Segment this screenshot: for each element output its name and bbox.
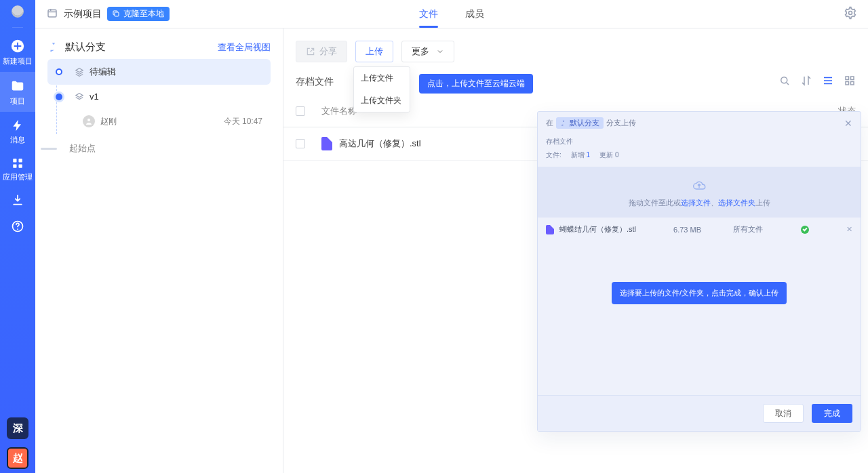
- done-button[interactable]: 完成: [812, 404, 852, 423]
- row-checkbox[interactable]: [296, 139, 305, 148]
- panel-hint: 选择要上传的文件/文件夹，点击完成，确认上传: [612, 282, 787, 304]
- node-edit[interactable]: 待编辑: [47, 59, 271, 85]
- panel-file-list: 蝴蝶结几何（修复）.stl 6.73 MB 所有文件 ✕: [538, 218, 861, 241]
- toolbar: 分享 上传 更多 上传文件 上传文件夹 点击，上传文件至云端云端: [283, 28, 868, 75]
- svg-rect-3: [13, 165, 16, 168]
- avatar-icon: [83, 115, 95, 127]
- depth-button[interactable]: 深: [7, 417, 28, 439]
- svg-rect-4: [19, 165, 22, 168]
- grid-view-icon[interactable]: [844, 75, 856, 89]
- help-icon[interactable]: [11, 220, 24, 235]
- plus-icon: [0, 39, 35, 54]
- apps-icon: [0, 157, 35, 169]
- author-name: 赵刚: [100, 116, 117, 127]
- file-icon: [546, 225, 554, 234]
- clone-badge[interactable]: 克隆至本地: [107, 7, 170, 21]
- panel-file-size: 6.73 MB: [673, 226, 714, 234]
- nav-label: 应用管理: [0, 172, 35, 182]
- panel-file-name: 蝴蝶结几何（修复）.stl: [559, 224, 636, 234]
- drop-zone[interactable]: 拖动文件至此或选择文件、选择文件夹上传: [538, 167, 861, 218]
- branch-title: 默认分支: [47, 41, 106, 54]
- svg-point-10: [781, 77, 787, 83]
- panel-footer: 取消 完成: [538, 395, 861, 431]
- node-label: v1: [90, 91, 99, 102]
- status-ok-icon: [801, 226, 809, 234]
- nav-apps[interactable]: 应用管理: [0, 150, 35, 188]
- folder-icon: [0, 79, 35, 94]
- bolt-icon: [0, 119, 35, 132]
- share-button: 分享: [296, 41, 347, 62]
- more-button[interactable]: 更多: [401, 41, 454, 62]
- global-view-link[interactable]: 查看全局视图: [218, 41, 271, 54]
- settings-icon[interactable]: [844, 6, 857, 22]
- remove-file-icon[interactable]: ✕: [846, 225, 852, 234]
- svg-rect-1: [13, 159, 16, 162]
- upload-panel: 在 默认分支 分支上传 ✕ 存档文件 文件: 新增 1 更新 0 拖动文件至此或…: [537, 111, 861, 432]
- cloud-upload-icon: [546, 179, 852, 194]
- panel-stats: 文件: 新增 1 更新 0: [538, 150, 861, 167]
- select-folder-link[interactable]: 选择文件夹: [718, 199, 755, 207]
- svg-rect-7: [115, 12, 119, 16]
- node-time: 今天 10:47: [224, 116, 262, 127]
- nav-label: 新建项目: [0, 56, 35, 66]
- nav-label: 消息: [0, 135, 35, 145]
- tab-members[interactable]: 成员: [465, 0, 484, 28]
- file-name: 高达几何（修复）.stl: [339, 138, 421, 150]
- panel-subheader: 存档文件: [538, 134, 861, 150]
- search-icon[interactable]: [778, 75, 791, 89]
- svg-rect-2: [19, 159, 22, 162]
- layers-icon: [75, 92, 84, 102]
- upload-tooltip: 点击，上传文件至云端云端: [419, 74, 533, 94]
- panel-header: 在 默认分支 分支上传 ✕: [538, 112, 861, 134]
- left-rail: 新建项目 项目 消息 应用管理 深 赵: [0, 0, 35, 473]
- project-name: 示例项目: [64, 8, 102, 20]
- nav-projects[interactable]: 项目: [0, 72, 35, 112]
- select-all-checkbox[interactable]: [296, 106, 305, 116]
- svg-rect-12: [851, 77, 854, 80]
- cancel-button[interactable]: 取消: [763, 404, 804, 423]
- nav-label: 项目: [0, 96, 35, 106]
- panel-file-type: 所有文件: [733, 224, 774, 234]
- branch-panel: 默认分支 查看全局视图 待编辑 v1 赵刚: [35, 28, 283, 473]
- upload-button[interactable]: 上传: [355, 41, 393, 62]
- upload-folder-option[interactable]: 上传文件夹: [354, 89, 410, 112]
- project-icon: [46, 7, 58, 21]
- node-origin: 起始点: [35, 134, 283, 163]
- svg-rect-14: [851, 82, 854, 85]
- svg-rect-11: [846, 77, 849, 80]
- layers-icon: [75, 67, 84, 77]
- project-title: 示例项目 克隆至本地: [46, 7, 170, 21]
- svg-rect-13: [846, 82, 849, 85]
- node-label: 待编辑: [90, 66, 116, 78]
- upload-file-option[interactable]: 上传文件: [354, 67, 410, 89]
- svg-rect-6: [48, 10, 56, 18]
- node-author[interactable]: 赵刚 今天 10:47: [47, 108, 271, 134]
- upload-dropdown: 上传文件 上传文件夹: [353, 66, 410, 112]
- svg-point-8: [849, 12, 852, 15]
- node-v1[interactable]: v1: [47, 85, 271, 108]
- nav-messages[interactable]: 消息: [0, 112, 35, 150]
- close-icon[interactable]: ✕: [844, 118, 852, 129]
- branch-timeline: 待编辑 v1 赵刚 今天 10:47: [35, 59, 283, 134]
- chevron-down-icon: [436, 47, 444, 56]
- nav-new-project[interactable]: 新建项目: [0, 32, 35, 72]
- branch-chip[interactable]: 默认分支: [556, 117, 604, 129]
- user-shortname-button[interactable]: 赵: [7, 447, 28, 469]
- tab-files[interactable]: 文件: [419, 0, 438, 28]
- topbar-tabs: 文件 成员: [419, 0, 484, 28]
- select-file-link[interactable]: 选择文件: [681, 199, 711, 207]
- user-avatar-small[interactable]: [12, 5, 24, 18]
- file-icon: [321, 137, 332, 150]
- svg-point-9: [87, 119, 90, 121]
- download-icon[interactable]: [11, 193, 24, 209]
- topbar: 示例项目 克隆至本地 文件 成员: [35, 0, 868, 28]
- sort-icon[interactable]: [800, 75, 812, 89]
- panel-file-row: 蝴蝶结几何（修复）.stl 6.73 MB 所有文件 ✕: [538, 218, 861, 241]
- list-view-icon[interactable]: [822, 75, 834, 89]
